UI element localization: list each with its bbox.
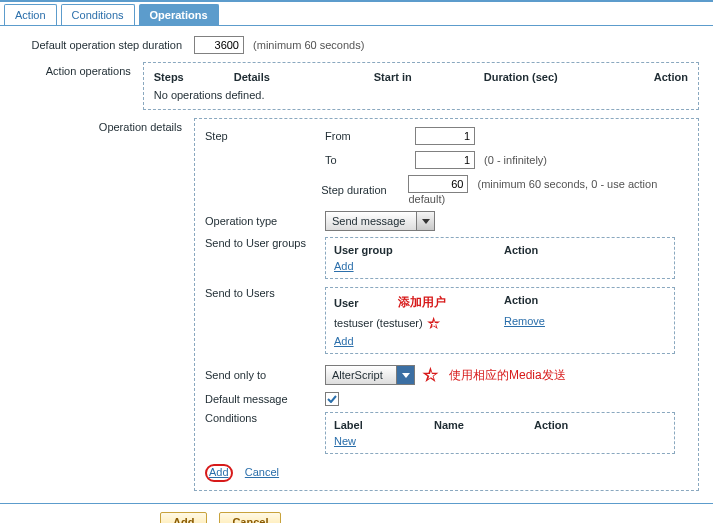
table-row: testuser (testuser) Remove <box>334 315 666 333</box>
tab-operations[interactable]: Operations <box>139 4 219 25</box>
cancel-operation-link[interactable]: Cancel <box>245 466 279 478</box>
cond-label-header: Label <box>334 419 434 431</box>
cancel-button[interactable]: Cancel <box>219 512 281 523</box>
action-operations-panel: Steps Details Start in Duration (sec) Ac… <box>143 62 699 110</box>
conditions-label: Conditions <box>205 412 325 424</box>
chevron-down-icon <box>396 366 414 384</box>
star-icon <box>426 315 444 333</box>
min60-hint: (minimum 60 seconds) <box>253 39 364 51</box>
step-to-input[interactable] <box>415 151 475 169</box>
user-groups-panel: User group Action Add <box>325 237 675 279</box>
cond-action-header: Action <box>534 419 666 431</box>
default-message-checkbox[interactable] <box>325 392 339 406</box>
default-step-duration-label: Default operation step duration <box>14 36 194 51</box>
operation-type-value: Send message <box>326 215 416 227</box>
users-header: User <box>334 297 358 309</box>
from-label: From <box>325 130 415 142</box>
users-action-header: Action <box>504 294 666 311</box>
annotation-media-send: 使用相应的Media发送 <box>449 367 566 384</box>
action-operations-label: Action operations <box>14 62 143 77</box>
user-group-action-header: Action <box>504 244 666 256</box>
ops-header-steps: Steps <box>154 71 234 83</box>
star-icon <box>421 364 443 386</box>
operation-details-panel: Step From To (0 - infinitely) Step durat… <box>194 118 699 491</box>
tab-conditions[interactable]: Conditions <box>61 4 135 25</box>
add-user-group-link[interactable]: Add <box>334 260 354 272</box>
add-operation-link[interactable]: Add <box>209 466 229 478</box>
send-only-to-value: AlterScript <box>326 369 396 381</box>
operation-details-label: Operation details <box>14 118 194 133</box>
ops-header-details: Details <box>234 71 374 83</box>
annotation-add-user: 添加用户 <box>398 294 446 311</box>
step-duration-input[interactable] <box>408 175 468 193</box>
user-group-header: User group <box>334 244 504 256</box>
tab-action[interactable]: Action <box>4 4 57 25</box>
ops-header-action: Action <box>654 71 688 83</box>
step-duration-label: Step duration <box>321 184 408 196</box>
step-from-input[interactable] <box>415 127 475 145</box>
tabs-bar: Action Conditions Operations <box>0 0 713 26</box>
ops-empty-text: No operations defined. <box>154 89 688 101</box>
operation-type-select[interactable]: Send message <box>325 211 435 231</box>
send-to-groups-label: Send to User groups <box>205 237 325 249</box>
default-message-label: Default message <box>205 393 325 405</box>
to-label: To <box>325 154 415 166</box>
step-label: Step <box>205 130 325 142</box>
send-to-users-label: Send to Users <box>205 287 325 299</box>
cond-name-header: Name <box>434 419 534 431</box>
user-name-cell: testuser (testuser) <box>334 317 423 329</box>
annotation-circle: Add <box>205 464 233 482</box>
default-step-duration-input[interactable] <box>194 36 244 54</box>
to-hint: (0 - infinitely) <box>484 154 547 166</box>
add-button[interactable]: Add <box>160 512 207 523</box>
conditions-panel: Label Name Action New <box>325 412 675 454</box>
send-only-to-select[interactable]: AlterScript <box>325 365 415 385</box>
users-panel: User 添加用户 Action testuser (testuser) <box>325 287 675 354</box>
send-only-to-label: Send only to <box>205 369 325 381</box>
remove-user-link[interactable]: Remove <box>504 315 545 327</box>
add-user-link[interactable]: Add <box>334 335 354 347</box>
ops-header-duration: Duration (sec) <box>484 71 654 83</box>
new-condition-link[interactable]: New <box>334 435 356 447</box>
ops-header-start: Start in <box>374 71 484 83</box>
chevron-down-icon <box>416 212 434 230</box>
footer-bar: Add Cancel <box>0 503 713 523</box>
operation-type-label: Operation type <box>205 215 325 227</box>
